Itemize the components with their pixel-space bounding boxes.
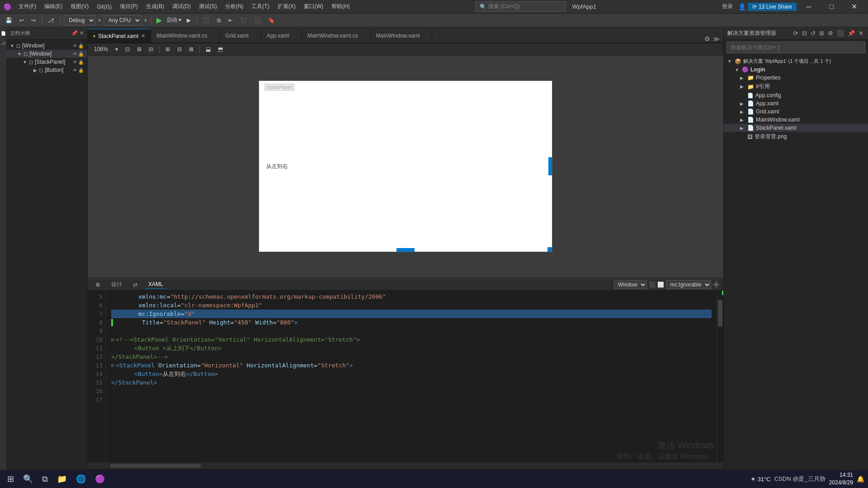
canvas-resize-bottom[interactable] [396,248,415,252]
outline-item-window[interactable]: ▼ ◻ [Window] 👁 🔒 [6,50,87,58]
sol-filter-icon[interactable]: ⊟ [801,29,808,38]
search-button[interactable]: 🔍 [19,471,37,487]
close-button[interactable]: ✕ [844,0,864,14]
toolbar-misc2[interactable]: ⧉ [214,16,224,24]
toolbar-misc3[interactable]: ⇤ [226,16,236,24]
design-tab[interactable]: 🖥 [91,281,104,289]
toolbar-bookmark[interactable]: 🔖 [265,16,278,24]
run-label[interactable]: 启动 ▾ [165,16,182,24]
login-button[interactable]: 登录 [718,2,736,11]
title-search-placeholder[interactable]: 搜索 (Ctrl+Q) [488,3,520,10]
fold-icon-10[interactable]: ⊟ [111,335,114,344]
outline-item-root[interactable]: ▼ ◻ [Window] 👁 🔒 [6,42,87,50]
sol-bg-png[interactable]: ▶ 🖼 登录背景.png [724,132,868,141]
tab-mainwindow-cs[interactable]: MainWindow.xaml.cs ✕ [151,29,220,42]
menu-help[interactable]: 帮助(H) [328,2,354,11]
visibility-icon-window[interactable]: 👁 [73,52,77,56]
sol-app-xaml[interactable]: ▶ 📄 App.xaml [724,99,868,108]
sol-app-config[interactable]: ▶ 📄 App.config [724,91,868,99]
visual-studio-taskbar[interactable]: 🟣 [91,471,108,487]
menu-analyze[interactable]: 分析(N) [222,2,247,11]
tab-app-xaml[interactable]: App.xaml ✕ [261,29,302,42]
fold-icon-13[interactable]: ⊟ [111,361,114,370]
sol-references[interactable]: ▶ 📁 #引用 [724,82,868,91]
code-ignorable-select[interactable]: mc:Ignorable [666,280,711,289]
tab-close-stackpanel[interactable]: ✕ [141,33,145,39]
activity-git[interactable]: ⎇ [0,39,6,48]
toolbar-git[interactable]: ⎇ [45,16,57,24]
lock-icon-window[interactable]: 🔒 [78,52,84,56]
toolbar-run-extra[interactable]: ▶ [184,16,193,24]
code-collapse-icon[interactable]: ⬜ [657,282,664,288]
maximize-button[interactable]: □ [821,0,842,14]
tab-stackpanel-xaml[interactable]: • StackPanel.xaml ✕ [88,29,151,42]
outline-item-stackpanel[interactable]: ▼ ◻ [StackPanel] 👁 🔒 [6,58,87,66]
canvas-resize-corner[interactable] [547,247,552,252]
sol-pin-icon[interactable]: 📌 [847,29,856,38]
toolbar-misc4[interactable]: ⬛ [237,16,250,24]
lock-icon-button[interactable]: 🔒 [78,68,84,73]
sol-mainwindow-xaml[interactable]: ▶ 📄 MainWindow.xaml [724,116,868,124]
sol-settings-icon[interactable]: ⚙ [827,29,834,38]
toolbar-misc1[interactable]: ⬛ [200,16,212,24]
xaml-tab[interactable]: XAML [145,280,167,289]
tab-gear-icon[interactable]: ⚙ [704,35,710,42]
sol-refresh-icon[interactable]: ↺ [810,29,816,38]
edge-button[interactable]: 🌐 [72,471,90,487]
taskbar-notification-icon[interactable]: 🔔 [857,475,864,483]
sol-expand-icon[interactable]: ⬛ [836,29,845,38]
sol-sync-icon[interactable]: ⟳ [793,29,799,38]
menu-window[interactable]: 窗口(W) [300,2,327,11]
outline-item-button[interactable]: ▶ ◻ [Button] 👁 🔒 [6,66,87,74]
grid-view-icon[interactable]: ⊞ [163,45,173,53]
menu-git[interactable]: Git(G) [93,3,115,11]
tab-mainwindow-cs2[interactable]: MainWindow.xaml.cs ✕ [302,29,371,42]
sol-properties[interactable]: ▶ 📁 Properties [724,74,868,82]
canvas-resize-right[interactable] [548,157,552,175]
toolbar-misc5[interactable]: ⬛ [251,16,264,24]
lock-icon-root[interactable]: 🔒 [78,43,84,48]
sol-collapse-icon[interactable]: ⊞ [818,29,825,38]
sol-grid-xaml[interactable]: ▶ 📄 Grid.xaml [724,108,868,116]
code-content[interactable]: xmlns:mc="http://schemas.openxmlformats.… [106,291,717,463]
design-canvas[interactable]: StackPanel 从左到右 [88,56,723,277]
h-scroll-thumb[interactable] [110,464,201,468]
split-horiz-icon[interactable]: ⬓ [203,45,213,53]
menu-edit[interactable]: 编辑(E) [41,2,66,11]
horizontal-scrollbar[interactable] [88,463,723,468]
sol-project-login[interactable]: ▼ 🟣 Login [724,66,868,74]
tab-more-icon[interactable]: ≫ [713,35,720,42]
menu-view[interactable]: 视图(V) [67,2,92,11]
zoom-in-icon[interactable]: ⊞ [134,45,144,53]
snap2-icon[interactable]: ⊠ [186,45,196,53]
code-expand-icon[interactable]: ⬛ [649,282,656,288]
split-vert-icon[interactable]: ⬒ [215,45,226,53]
design-label-tab[interactable]: 设计 [108,280,126,289]
scrollbar-thumb[interactable] [718,300,722,327]
menu-project[interactable]: 项目(P) [116,2,142,11]
zoom-out-icon[interactable]: ⊟ [146,45,156,53]
task-view-button[interactable]: ⧉ [38,471,52,487]
search-solution-input[interactable] [726,42,865,53]
menu-test[interactable]: 测试(S) [195,2,221,11]
lock-icon-stackpanel[interactable]: 🔒 [78,60,84,65]
code-scrollbar[interactable] [717,291,723,463]
sol-solution-root[interactable]: ▼ 📦 解决方案 'WpfApp1' (1 个项目，共 1 个) [724,57,868,66]
toolbar-save[interactable]: 💾 [3,16,15,24]
switch-icon[interactable]: ⇄ [129,281,141,289]
visibility-icon-root[interactable]: 👁 [73,43,77,48]
snap-icon[interactable]: ⊟ [175,45,184,53]
menu-build[interactable]: 生成(B) [142,2,168,11]
activity-explore[interactable]: 📄 [0,29,6,38]
sol-stackpanel-xaml[interactable]: ▶ 📄 StackPanel.xaml [724,124,868,132]
taskbar-weather[interactable]: ☀ 31°C [750,476,771,483]
menu-debug[interactable]: 调试(D) [169,2,194,11]
debug-config-select[interactable]: Debug [64,15,95,25]
start-button[interactable]: ⊞ [4,471,18,487]
fit-icon[interactable]: ⊡ [123,45,132,53]
tab-grid-xaml[interactable]: Grid.xaml ✕ [220,29,261,42]
menu-extensions[interactable]: 扩展(X) [274,2,299,11]
toolbar-undo[interactable]: ↩ [17,16,27,24]
platform-select[interactable]: Any CPU [104,15,142,25]
outline-pin-icon[interactable]: 📌 [71,30,78,36]
